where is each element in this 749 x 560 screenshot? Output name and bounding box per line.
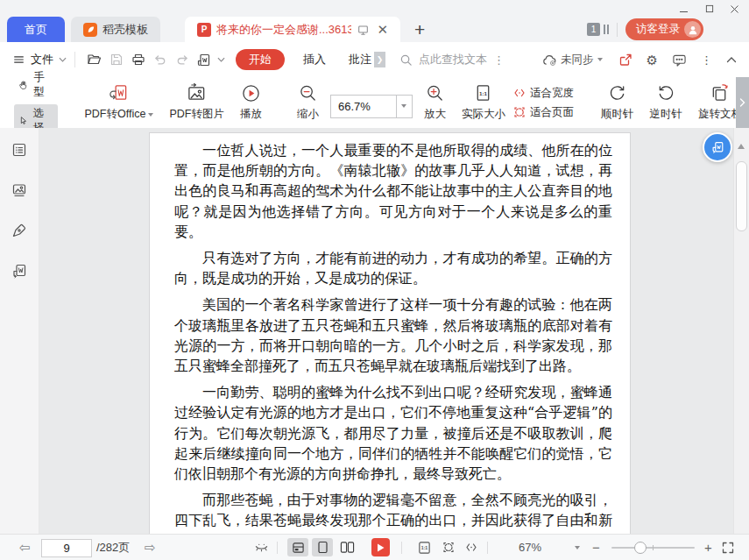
fit-page-button[interactable]: 适合页面 [513,105,574,120]
rotate-clockwise-button[interactable]: 顺时针 [593,83,642,122]
minimize-icon[interactable] [671,0,696,18]
paragraph: 美国的一个著名科学家曾进行了这样一项十分有趣的试验：他在两个玻璃瓶里各放进了五只… [174,294,612,376]
fit-width-button[interactable]: 适合宽度 [513,86,574,101]
pdf-to-image-icon [187,83,207,103]
zoom-minus-button[interactable]: − [592,535,600,560]
rotate-clockwise-label: 顺时针 [601,107,634,122]
prev-page-button[interactable]: ⇦ [19,535,31,560]
search-box[interactable]: 点此查找文本 ⋮ [399,52,505,67]
collapse-ribbon-icon[interactable] [726,56,737,63]
combobox-arrow-icon[interactable] [396,96,412,117]
eye-icon [254,541,269,554]
page-total-label: /282页 [96,535,130,560]
actual-size-icon: 1:1 [473,83,493,103]
annotate-expand-icon[interactable]: ❯ [374,52,385,67]
zoom-in-icon [425,83,445,103]
pdf-page[interactable]: 一位哲人说过，一个人最重要的不是他所取得的成绩、他所在的位置，而是他所朝的方向。… [149,132,631,535]
window-controls [671,0,747,18]
fit-page-status-button[interactable] [442,535,456,560]
zoom-level-combobox[interactable]: 66.7% [330,95,413,118]
zoom-plus-button[interactable]: + [704,535,712,560]
scrollbar-thumb[interactable] [736,161,747,231]
hand-tool-button[interactable]: 手型 [14,68,58,102]
play-icon [241,83,261,103]
thumbnails-panel-icon[interactable] [8,138,31,161]
pdf-to-office-icon [109,83,129,103]
divider [487,542,488,554]
pdf-to-office-button[interactable]: PDF转Office [77,83,162,122]
avatar [684,21,701,38]
images-panel-icon[interactable] [8,179,31,202]
chevron-right-icon [739,98,745,107]
tab-document[interactable]: P 将来的你一定会感谢...36130.pdf ✕ [185,17,400,42]
zoom-slider[interactable] [611,547,695,549]
view-mode-reading-button[interactable] [287,538,308,556]
fit-width-status-button[interactable] [464,535,478,560]
toolbar-expand-strip[interactable] [736,77,749,128]
pdf-to-office-label: PDF转Office [85,107,146,122]
more-icon[interactable]: ⋮ [701,53,712,67]
search-placeholder: 点此查找文本 [419,52,487,67]
page-number-input[interactable] [41,539,92,557]
tab-count-badge: 1 [587,23,600,36]
titlebar: 首页 稻壳模板 P 将来的你一定会感谢...36130.pdf ✕ + 1 访客… [0,0,749,42]
paragraph: 一向勤劳、聪明的蜜蜂为什么找不到出口呢？经研究发现，蜜蜂通过经验认定有光源的地方… [174,382,612,484]
play-button[interactable]: 播放 [232,83,270,122]
search-icon [399,53,413,67]
zoom-out-button[interactable]: 缩小 [289,83,327,122]
annotation-pen-icon[interactable] [8,219,31,242]
search-more-icon[interactable]: ⋮ [493,53,505,67]
visitor-login-label: 访客登录 [636,22,680,37]
rotate-counterclockwise-button[interactable]: 逆时针 [641,83,690,122]
menubar: 文件 开始 插入 批注 ❯ 点此查找文本 ⋮ 未同步 [0,42,749,77]
next-page-button[interactable]: ⇨ [145,535,156,560]
gear-icon[interactable]: ⚙ [647,53,658,67]
eye-protection-button[interactable] [254,535,269,560]
actual-size-status-button[interactable]: 1:1 [417,535,432,560]
close-window-icon[interactable] [722,0,747,18]
zoom-dropdown-icon[interactable] [575,535,580,560]
document-area: 一位哲人说过，一个人最重要的不是他所取得的成绩、他所在的位置，而是他所朝的方向。… [0,128,749,535]
view-mode-double-page-button[interactable] [336,538,357,556]
scroll-up-icon[interactable] [738,144,745,149]
file-menu-label: 文件 [31,52,53,67]
new-tab-button[interactable]: + [414,20,425,39]
undo-icon[interactable] [149,49,171,70]
export-word-icon[interactable] [193,49,215,70]
statusbar: ⇦ /282页 ⇨ 1:1 67% − + [0,534,749,560]
save-icon[interactable] [105,49,127,70]
redo-icon[interactable] [171,49,193,70]
tab-insert[interactable]: 插入 [292,52,337,67]
tab-home[interactable]: 首页 [7,17,65,42]
open-file-icon[interactable] [83,49,105,70]
zoom-out-label: 缩小 [297,107,319,122]
zoom-percent-label: 67% [519,535,541,560]
zoom-in-button[interactable]: 放大 [416,83,454,122]
convert-doc-icon[interactable] [8,259,31,282]
convert-float-button[interactable] [703,132,732,162]
fullscreen-icon [722,542,734,554]
tab-annotate[interactable]: 批注 [337,52,373,67]
zoom-slider-handle[interactable] [634,542,647,554]
pdf-to-image-button[interactable]: PDF转图片 [161,83,232,122]
sync-status[interactable]: 未同步 [542,53,603,67]
file-menu[interactable]: 文件 [12,52,67,67]
maximize-icon[interactable] [696,0,722,18]
tab-start[interactable]: 开始 [236,49,285,70]
reader-mode-icon[interactable] [357,24,370,36]
cursor-icon [18,114,28,127]
visitor-login-button[interactable]: 访客登录 [625,18,703,40]
actual-size-button[interactable]: 1:1 实际大小 [454,83,513,122]
print-icon[interactable] [127,49,149,70]
play-presentation-button[interactable] [371,538,390,556]
tab-docer-templates[interactable]: 稻壳模板 [71,17,160,42]
close-tab-icon[interactable]: ✕ [375,23,388,36]
comment-icon[interactable] [672,53,687,67]
tab-count-button[interactable]: 1 [587,23,609,36]
view-mode-single-page-button[interactable] [312,538,333,556]
fullscreen-button[interactable] [722,535,734,560]
vertical-scrollbar[interactable] [733,128,749,535]
paragraph: 而那些苍蝇，由于对事物的逻辑毫不留意，全然不顾亮光的吸引，四下乱飞，结果苍蝇最终… [174,490,612,535]
convert-float-icon [710,140,724,154]
share-icon[interactable] [618,53,632,67]
